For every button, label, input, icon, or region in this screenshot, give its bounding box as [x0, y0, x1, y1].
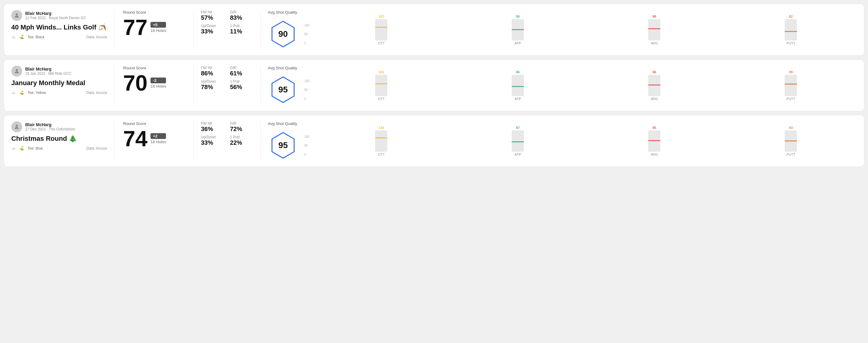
hex-score-3: 95 [278, 141, 288, 150]
stats-section-1: FW Hit 57% GIR 83% Up/Down 33% 1 Putt 11… [194, 10, 260, 49]
quality-left-1: Avg Shot Quality 90 [268, 10, 298, 49]
tee-info-2: ☁️ ⛳ Tee: Yellow [11, 91, 46, 95]
oneputt-item-3: 1 Putt 22% [230, 135, 253, 146]
fw-hit-item-3: FW Hit 36% [201, 121, 224, 132]
bar-label-putt: PUTT [786, 97, 795, 101]
bar-group-putt: 93 PUTT [725, 126, 857, 156]
round-title-3: Christmas Round 🎄 [11, 135, 107, 143]
bar-label-putt: PUTT [786, 41, 795, 45]
bar-group-ott: 107 OTT [316, 14, 447, 45]
user-date-1: 12 Feb 2022 · Royal North Devon GC [25, 16, 86, 20]
oneputt-value-1: 11% [230, 28, 253, 35]
user-name-3: Blair McHarg [25, 122, 75, 127]
stats-grid-2: FW Hit 86% GIR 61% Up/Down 78% 1 Putt 56… [201, 66, 253, 91]
oneputt-label-3: 1 Putt [230, 135, 253, 139]
avatar-3 [11, 121, 22, 132]
oneputt-label-1: 1 Putt [230, 24, 253, 28]
data-source-1: Data: Arccos [86, 35, 107, 39]
svg-point-0 [16, 13, 18, 15]
score-row-1: 77 +5 18 Holes [123, 17, 185, 38]
holes-label-1: 18 Holes [151, 28, 166, 33]
bar-value-putt: 82 [789, 14, 793, 18]
bar-label-arg: ARG [651, 153, 658, 156]
bar-value-putt: 93 [789, 126, 793, 129]
updown-item-1: Up/Down 33% [201, 24, 224, 35]
bar-wrapper-putt [785, 130, 797, 152]
tee-row-3: ☁️ ⛳ Tee: Blue Data: Arccos [11, 146, 107, 151]
fw-hit-value-1: 57% [201, 14, 224, 21]
bar-wrapper-arg [648, 75, 660, 96]
gir-item-1: GIR 83% [230, 10, 253, 21]
data-source-3: Data: Arccos [86, 146, 107, 151]
round-score-label-1: Round Score [123, 10, 185, 14]
user-row-3: Blair McHarg 27 Dec 2021 · The Oxfordshi… [11, 121, 107, 132]
fw-hit-value-3: 36% [201, 126, 224, 132]
score-section-2: Round Score 70 -2 18 Holes [115, 66, 194, 105]
bar-line-putt [785, 31, 797, 32]
user-info-2: Blair McHarg 29 Jan 2022 · Mill Ride GCC [25, 67, 71, 76]
bar-value-putt: 99 [789, 70, 793, 74]
bar-fill-arg [648, 29, 660, 40]
bar-fill-putt [785, 142, 797, 152]
gir-label-3: GIR [230, 121, 253, 126]
hex-score-2: 95 [278, 85, 288, 95]
svg-point-1 [16, 69, 18, 71]
svg-point-2 [16, 125, 18, 127]
bar-fill-ott [375, 84, 388, 96]
gir-value-3: 72% [230, 126, 253, 132]
bar-line-app [512, 86, 524, 87]
left-section-3: Blair McHarg 27 Dec 2021 · The Oxfordshi… [11, 121, 115, 161]
gir-label-2: GIR [230, 66, 253, 70]
tee-info-3: ☁️ ⛳ Tee: Blue [11, 146, 43, 151]
round-score-label-2: Round Score [123, 66, 185, 70]
tee-row-1: ☁️ ⛳ Tee: Black Data: Arccos [11, 35, 107, 39]
y-axis-labels: 100 50 0 [304, 80, 310, 101]
fw-hit-label-1: FW Hit [201, 10, 224, 14]
y-axis-labels: 100 50 0 [304, 135, 310, 156]
gir-value-2: 61% [230, 70, 253, 77]
avatar-2 [11, 66, 22, 76]
fw-hit-value-2: 86% [201, 70, 224, 77]
round-card-3: Blair McHarg 27 Dec 2021 · The Oxfordshi… [4, 115, 864, 167]
bar-wrapper-app [512, 19, 524, 40]
bar-chart-1: 100 50 0 107 OTT 95 APP 98 [304, 14, 857, 45]
bar-wrapper-putt [785, 75, 797, 96]
updown-label-1: Up/Down [201, 24, 224, 28]
cloud-icon-3: ☁️ [11, 146, 16, 151]
bar-label-app: APP [515, 41, 521, 45]
person-icon [14, 124, 20, 130]
quality-left-3: Avg Shot Quality 95 [268, 121, 298, 161]
bar-fill-arg [648, 141, 660, 152]
bar-fill-putt [785, 32, 797, 40]
bar-fill-ott [375, 138, 388, 151]
bar-group-app: 86 APP [452, 70, 584, 101]
quality-label-1: Avg Shot Quality [268, 10, 297, 14]
updown-item-2: Up/Down 78% [201, 80, 224, 91]
quality-label-3: Avg Shot Quality [268, 121, 297, 126]
big-score-2: 70 [123, 72, 148, 94]
user-info-3: Blair McHarg 27 Dec 2021 · The Oxfordshi… [25, 122, 75, 131]
user-row-2: Blair McHarg 29 Jan 2022 · Mill Ride GCC [11, 66, 107, 76]
tee-label-3: Tee: Blue [28, 146, 43, 151]
oneputt-item-2: 1 Putt 56% [230, 80, 253, 91]
bar-label-ott: OTT [378, 41, 384, 45]
bar-label-arg: ARG [651, 97, 658, 101]
bar-group-putt: 99 PUTT [725, 70, 857, 101]
oneputt-value-3: 22% [230, 139, 253, 146]
gir-label-1: GIR [230, 10, 253, 14]
bar-wrapper-ott [375, 19, 388, 40]
stats-section-2: FW Hit 86% GIR 61% Up/Down 78% 1 Putt 56… [194, 66, 260, 105]
quality-left-2: Avg Shot Quality 95 [268, 66, 298, 105]
bar-fill-app [512, 30, 524, 40]
updown-label-2: Up/Down [201, 80, 224, 84]
score-row-3: 74 +2 18 Holes [123, 128, 185, 150]
bar-line-arg [648, 140, 660, 141]
diff-badge-2: -2 [151, 77, 166, 83]
bar-group-arg: 95 ARG [589, 126, 720, 156]
score-badge-1: +5 18 Holes [151, 22, 166, 33]
big-score-1: 77 [123, 17, 148, 38]
round-score-label-3: Round Score [123, 121, 185, 126]
y-axis-labels: 100 50 0 [304, 24, 310, 45]
bar-label-ott: OTT [378, 97, 384, 101]
updown-item-3: Up/Down 33% [201, 135, 224, 146]
